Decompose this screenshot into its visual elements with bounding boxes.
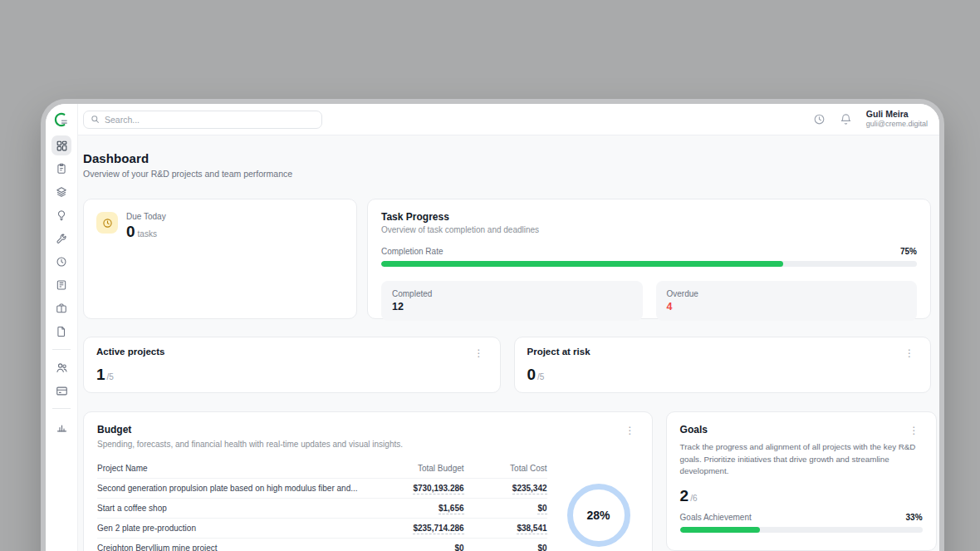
page-title: Dashboard xyxy=(83,151,931,165)
topbar: Search... Guli Meira xyxy=(78,104,939,135)
total-budget-link[interactable]: $1,656 xyxy=(439,504,464,514)
completion-rate-bar-fill xyxy=(381,261,783,267)
completed-stat-box: Completed 12 xyxy=(381,281,643,321)
sidebar-item-clock-icon[interactable] xyxy=(51,252,71,272)
goals-achievement-value: 33% xyxy=(906,513,923,522)
goals-achievement-bar xyxy=(680,527,923,533)
total-budget-link[interactable]: $0 xyxy=(454,544,463,551)
kebab-menu-icon[interactable]: ⋮ xyxy=(471,347,488,360)
row-budget-goals: Budget ⋮ Spending, forecasts, and financ… xyxy=(83,411,931,551)
due-today-clock-icon xyxy=(96,212,118,234)
budget-table-header: Project Name Total Budget Total Cost xyxy=(97,459,547,479)
active-projects-card: Active projects ⋮ 1/5 xyxy=(83,337,501,393)
completion-rate-bar xyxy=(381,261,917,267)
total-cost-link[interactable]: $0 xyxy=(537,544,546,551)
app-window: V1.0 Search... xyxy=(41,99,944,551)
due-today-unit: tasks xyxy=(138,229,157,239)
goals-value: 2 xyxy=(680,487,689,504)
page-subtitle: Overview of your R&D projects and team p… xyxy=(83,169,931,179)
sidebar: V1.0 xyxy=(46,104,78,551)
goals-description: Track the progress and alignment of all … xyxy=(680,441,923,478)
total-cost-cell: $0 xyxy=(464,504,547,513)
total-budget-cell: $235,714.286 xyxy=(366,524,464,533)
sidebar-item-credit-card-icon[interactable] xyxy=(51,381,71,401)
total-budget-link[interactable]: $730,193.286 xyxy=(413,484,463,494)
overdue-stat-box: Overdue 4 xyxy=(656,281,918,321)
task-progress-subtitle: Overview of task completion and deadline… xyxy=(381,225,917,234)
sidebar-item-briefcase-icon[interactable] xyxy=(51,298,71,318)
sidebar-divider xyxy=(52,349,71,350)
total-cost-cell: $38,541 xyxy=(464,524,547,533)
sidebar-item-bar-chart-icon[interactable] xyxy=(51,416,71,436)
completion-rate-value: 75% xyxy=(900,247,917,256)
sidebar-item-users-icon[interactable] xyxy=(51,357,71,377)
kebab-menu-icon[interactable]: ⋮ xyxy=(906,424,923,437)
budget-gauge-value: 28% xyxy=(587,509,610,522)
active-projects-value-row: 1/5 xyxy=(96,366,488,384)
total-cost-link[interactable]: $0 xyxy=(537,504,546,514)
overdue-label: Overdue xyxy=(667,289,907,298)
project-name-cell: Gen 2 plate pre-production xyxy=(97,524,366,533)
due-today-value-row: 0tasks xyxy=(126,223,166,241)
task-progress-title: Task Progress xyxy=(381,211,917,223)
history-clock-icon[interactable] xyxy=(813,113,826,125)
column-project-name: Project Name xyxy=(97,464,366,473)
total-cost-link[interactable]: $38,541 xyxy=(517,524,546,534)
goals-total: /6 xyxy=(690,494,697,503)
completion-rate-row: Completion Rate 75% xyxy=(381,247,917,256)
overdue-value: 4 xyxy=(667,301,907,312)
column-total-cost: Total Cost xyxy=(464,464,547,473)
goals-achievement-row: Goals Achievement 33% xyxy=(680,513,923,522)
kebab-menu-icon[interactable]: ⋮ xyxy=(622,424,639,437)
budget-subtitle: Spending, forecasts, and financial healt… xyxy=(97,440,639,449)
bell-icon[interactable] xyxy=(840,113,852,125)
column-total-budget: Total Budget xyxy=(366,464,464,473)
project-at-risk-value: 0 xyxy=(527,366,537,383)
goals-value-row: 2/6 xyxy=(680,487,923,505)
goals-card: Goals ⋮ Track the progress and alignment… xyxy=(666,411,937,551)
creme-logo-icon[interactable] xyxy=(53,111,70,128)
search-input[interactable]: Search... xyxy=(83,111,322,129)
project-name-cell: Second generation propulsion plate based… xyxy=(97,484,366,493)
user-name: Guli Meira xyxy=(866,109,928,120)
active-projects-value: 1 xyxy=(96,366,105,383)
sidebar-item-clipboard-icon[interactable] xyxy=(51,159,71,179)
completed-label: Completed xyxy=(392,289,632,298)
search-placeholder: Search... xyxy=(105,115,140,125)
sidebar-divider xyxy=(52,408,71,409)
budget-title: Budget xyxy=(97,424,131,435)
user-menu[interactable]: Guli Meira guli@creme.digital xyxy=(866,109,928,129)
app-frame: V1.0 Search... xyxy=(46,104,939,551)
due-today-label: Due Today xyxy=(126,212,166,221)
total-budget-link[interactable]: $235,714.286 xyxy=(413,524,463,534)
budget-gauge-wrap: 28% xyxy=(559,459,639,551)
sidebar-item-layers-icon[interactable] xyxy=(51,182,71,202)
active-projects-total: /5 xyxy=(107,372,114,381)
budget-body: Project Name Total Budget Total Cost Sec… xyxy=(97,459,639,551)
kebab-menu-icon[interactable]: ⋮ xyxy=(901,347,918,360)
completed-value: 12 xyxy=(392,301,632,312)
sidebar-item-lightbulb-icon[interactable] xyxy=(51,205,71,225)
project-at-risk-card: Project at risk ⋮ 0/5 xyxy=(514,337,932,393)
topbar-right: Guli Meira guli@creme.digital xyxy=(813,109,928,129)
project-at-risk-value-row: 0/5 xyxy=(527,366,919,384)
total-cost-link[interactable]: $235,342 xyxy=(512,484,547,494)
dashboard-content: Dashboard Overview of your R&D projects … xyxy=(78,135,939,551)
due-today-text: Due Today 0tasks xyxy=(126,212,166,306)
user-email: guli@creme.digital xyxy=(866,120,928,129)
budget-table-row: Gen 2 plate pre-production $235,714.286 … xyxy=(97,519,547,539)
total-budget-cell: $0 xyxy=(366,544,464,551)
project-at-risk-title: Project at risk xyxy=(527,347,590,357)
sidebar-item-dashboard-grid-icon[interactable] xyxy=(51,135,71,155)
total-cost-cell: $0 xyxy=(464,544,547,551)
sidebar-item-wrench-icon[interactable] xyxy=(51,229,71,248)
sidebar-item-document-icon[interactable] xyxy=(51,322,71,342)
budget-table-row: Second generation propulsion plate based… xyxy=(97,479,547,499)
total-budget-cell: $730,193.286 xyxy=(366,484,464,493)
due-today-value: 0 xyxy=(126,223,135,240)
budget-card: Budget ⋮ Spending, forecasts, and financ… xyxy=(83,411,653,551)
sidebar-item-board-icon[interactable] xyxy=(51,275,71,295)
project-name-cell: Creighton Beryllium mine project xyxy=(97,544,366,551)
project-at-risk-total: /5 xyxy=(537,372,544,381)
row-overview: Due Today 0tasks Task Progress Overview … xyxy=(83,199,931,319)
